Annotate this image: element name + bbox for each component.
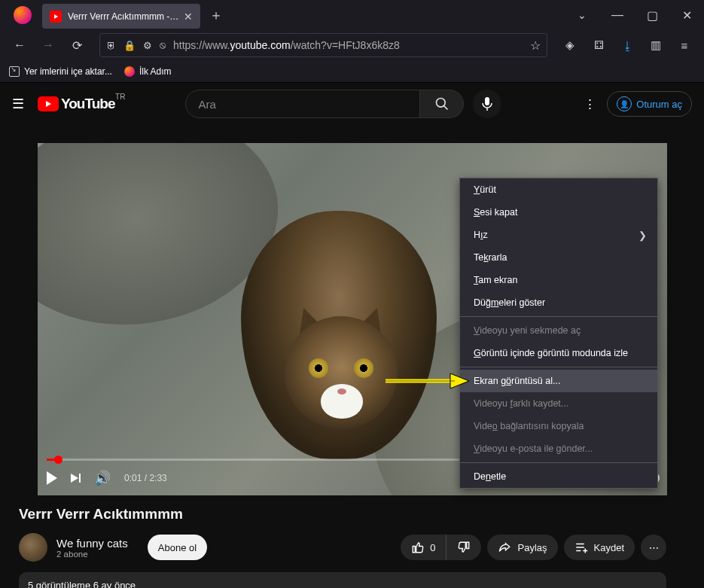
import-icon <box>9 66 20 77</box>
ctx-fullscreen[interactable]: Tam ekran <box>460 269 657 291</box>
save-label: Kaydet <box>594 542 624 553</box>
ctx-play[interactable]: Yürüt <box>460 178 657 201</box>
youtube-play-icon <box>38 96 59 111</box>
thumbs-down-icon <box>457 541 471 554</box>
bookmark-label: Yer imlerini içe aktar... <box>24 66 112 77</box>
ctx-loop[interactable]: Tekrarla <box>460 246 657 269</box>
video-meta-row: We funny cats 2 abone Abone ol 0 Paylaş … <box>0 522 704 562</box>
library-icon[interactable]: ▥ <box>644 33 668 57</box>
time-display: 0:01 / 2:33 <box>124 473 167 483</box>
close-icon[interactable]: ✕ <box>184 11 193 23</box>
browser-tab[interactable]: Verrr Verrr Acıktımmmm - YouT ✕ <box>42 4 200 29</box>
pocket-icon[interactable]: ◈ <box>558 33 582 57</box>
youtube-header: ☰ YouTube TR Ara ⋮ 👤 Oturum aç <box>0 83 704 125</box>
next-button[interactable] <box>71 474 81 483</box>
play-button[interactable] <box>47 471 57 485</box>
user-icon: 👤 <box>617 96 632 111</box>
playlist-add-icon <box>574 541 588 553</box>
firefox-small-icon <box>124 66 135 77</box>
settings-dots[interactable]: ⋮ <box>584 96 596 112</box>
subscribe-button[interactable]: Abone ol <box>148 535 207 560</box>
permissions-icon[interactable]: ⚙ <box>143 40 152 51</box>
like-dislike-pill: 0 <box>401 535 481 560</box>
chevron-right-icon: ❯ <box>638 230 647 241</box>
share-button[interactable]: Paylaş <box>487 535 557 560</box>
separator <box>460 367 657 367</box>
app-menu-icon[interactable]: ≡ <box>672 33 696 57</box>
forward-button[interactable]: → <box>36 33 60 57</box>
bookmarks-bar: Yer imlerini içe aktar... İlk Adım <box>0 60 704 83</box>
svg-rect-1 <box>485 97 489 105</box>
search-icon <box>434 96 450 111</box>
ctx-screenshot[interactable]: Ekran görüntüsü al... <box>460 370 657 392</box>
bookmark-star-icon[interactable]: ☆ <box>530 38 541 53</box>
description-box[interactable]: 5 görüntüleme 6 ay önce <box>19 572 666 588</box>
media-block-icon[interactable]: ⦸ <box>160 39 166 51</box>
subscriber-count: 2 abone <box>56 550 128 559</box>
share-icon <box>498 541 511 554</box>
views-date: 5 görüntüleme 6 ay önce <box>28 580 136 588</box>
more-actions-button[interactable]: ⋯ <box>641 535 666 560</box>
signin-button[interactable]: 👤 Oturum aç <box>607 91 692 117</box>
search-input[interactable]: Ara <box>185 90 420 118</box>
youtube-favicon <box>50 11 62 23</box>
signin-label: Oturum aç <box>636 99 682 110</box>
address-bar[interactable]: ⛨ 🔒 ⚙ ⦸ https://www.youtube.com/watch?v=… <box>99 33 547 57</box>
ctx-mute[interactable]: Sesi kapat <box>460 201 657 224</box>
ctx-speed[interactable]: Hız❯ <box>460 224 657 246</box>
ctx-open-new-tab[interactable]: Videoyu yeni sekmede aç <box>460 319 657 342</box>
separator <box>460 462 657 463</box>
extensions-icon[interactable]: ⚃ <box>587 33 611 57</box>
channel-avatar[interactable] <box>19 533 47 562</box>
ctx-inspect[interactable]: Denetle <box>460 465 657 488</box>
minimize-button[interactable]: — <box>600 0 635 30</box>
youtube-logo[interactable]: YouTube TR <box>38 96 114 112</box>
separator <box>460 316 657 317</box>
downloads-icon[interactable]: ⭳ <box>615 33 639 57</box>
ctx-email[interactable]: Videoyu e-posta ile gönder... <box>460 437 657 460</box>
like-button[interactable]: 0 <box>401 535 446 560</box>
voice-search-button[interactable] <box>473 90 501 118</box>
shield-icon[interactable]: ⛨ <box>106 40 116 51</box>
thumbs-up-icon <box>411 541 425 554</box>
browser-titlebar: Verrr Verrr Acıktımmmm - YouT ✕ ＋ ⌄ — ▢ … <box>0 0 704 30</box>
bookmark-first-step[interactable]: İlk Adım <box>124 66 172 77</box>
maximize-button[interactable]: ▢ <box>635 0 669 30</box>
like-count: 0 <box>430 542 435 553</box>
dislike-button[interactable] <box>446 541 481 554</box>
back-button[interactable]: ← <box>8 33 32 57</box>
channel-name[interactable]: We funny cats <box>56 537 128 550</box>
close-window-button[interactable]: ✕ <box>669 0 704 30</box>
chevron-down-icon[interactable]: ⌄ <box>578 9 587 21</box>
mic-icon <box>481 96 493 111</box>
new-tab-button[interactable]: ＋ <box>209 6 223 24</box>
bookmark-import[interactable]: Yer imlerini içe aktar... <box>9 66 112 77</box>
url-text: https://www.youtube.com/watch?v=HFtJ8x6k… <box>173 39 523 51</box>
save-button[interactable]: Kaydet <box>564 535 635 560</box>
search-button[interactable] <box>420 90 464 118</box>
hamburger-icon[interactable]: ☰ <box>12 96 24 112</box>
youtube-wordmark: YouTube <box>61 96 114 112</box>
ctx-save-as[interactable]: Videoyu farklı kaydet... <box>460 392 657 415</box>
tab-title: Verrr Verrr Acıktımmmm - YouT <box>68 11 179 22</box>
lock-icon[interactable]: 🔒 <box>123 40 136 51</box>
region-code: TR <box>115 93 125 101</box>
share-label: Paylaş <box>517 542 547 553</box>
volume-icon[interactable]: 🔊 <box>94 470 111 486</box>
search-placeholder: Ara <box>198 98 215 111</box>
svg-point-0 <box>436 99 445 108</box>
video-title: Verrr Verrr Acıktımmmm <box>19 506 666 522</box>
bookmark-label: İlk Adım <box>139 66 172 77</box>
browser-toolbar: ← → ⟳ ⛨ 🔒 ⚙ ⦸ https://www.youtube.com/wa… <box>0 30 704 60</box>
firefox-icon <box>14 6 32 24</box>
ctx-pip[interactable]: Görüntü içinde görüntü modunda izle <box>460 342 657 364</box>
ctx-show-controls[interactable]: Düğmeleri göster <box>460 291 657 314</box>
context-menu: Yürüt Sesi kapat Hız❯ Tekrarla Tam ekran… <box>459 178 658 489</box>
ctx-copy-link[interactable]: Video bağlantısını kopyala <box>460 415 657 437</box>
reload-button[interactable]: ⟳ <box>65 33 89 57</box>
